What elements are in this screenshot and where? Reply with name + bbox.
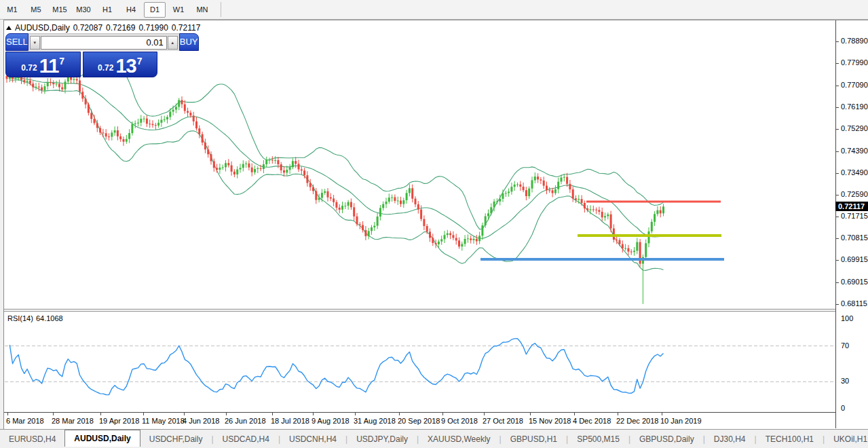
timeframe-button-m1[interactable]: M1 (1, 2, 23, 18)
timeframe-button-w1[interactable]: W1 (168, 2, 189, 18)
sell-button[interactable]: SELL (5, 33, 29, 51)
price-axis-tick (836, 282, 839, 283)
chart-tab-ukoil-h1[interactable]: UKOil,H1 (825, 432, 868, 447)
candle-body (552, 190, 554, 193)
panel-splitter[interactable] (4, 309, 835, 312)
candle-body (624, 248, 626, 249)
price-axis-tick (836, 304, 839, 305)
candle-body (516, 185, 518, 185)
candle-body (455, 238, 457, 241)
sell-price-prefix: 0.72 (21, 63, 37, 73)
candle-body (155, 125, 157, 126)
candle-body (481, 225, 483, 236)
chart-tab-dj30-h4[interactable]: DJ30,H4 (705, 432, 755, 447)
one-click-toggle-icon[interactable] (6, 26, 12, 30)
candle-wick (149, 119, 150, 128)
date-axis-label: 19 Apr 2018 (99, 417, 139, 425)
candle-body (157, 123, 159, 126)
candle-body (58, 83, 60, 87)
candle-body (406, 193, 408, 200)
candle-wick (596, 208, 597, 214)
candle-body (213, 162, 215, 168)
timeframe-button-mn[interactable]: MN (191, 2, 213, 18)
rsi-axis-label: 0 (841, 404, 845, 412)
timeframe-button-h4[interactable]: H4 (120, 2, 142, 18)
candle-body (373, 226, 375, 227)
buy-button[interactable]: BUY (179, 33, 199, 51)
chart-title: AUDUSD,Daily0.720870.721690.719900.72117 (15, 23, 204, 33)
price-axis[interactable]: 0.788900.779900.770900.761900.752900.743… (835, 20, 868, 428)
bollinger-lower-band (10, 79, 663, 270)
chart-tab-audusd-daily[interactable]: AUDUSD,Daily (64, 430, 140, 447)
sell-price-big: 11 (39, 57, 59, 75)
toolbar-separator (221, 2, 221, 17)
candle-body (651, 222, 653, 231)
chart-tab-usdchf-daily[interactable]: USDCHF,Daily (140, 432, 212, 447)
candle-body (534, 176, 536, 181)
candle-body (371, 227, 373, 231)
candle-wick (593, 206, 594, 212)
candle-body (586, 208, 588, 210)
candle-body (478, 236, 480, 241)
candle-body (607, 214, 609, 217)
candle-body (260, 168, 262, 169)
lot-decrease-icon[interactable]: ▼ (30, 36, 40, 50)
candle-body (128, 133, 130, 139)
chart-tab-tech100-h1[interactable]: TECH100,H1 (757, 432, 823, 447)
rsi-axis-label: 100 (841, 314, 853, 322)
timeframe-button-m30[interactable]: M30 (73, 2, 94, 18)
sell-price-pip: 7 (59, 56, 64, 67)
candle-body (411, 188, 413, 198)
candle-body (184, 105, 186, 111)
candle-wick (269, 157, 270, 164)
chart-tab-usdcad-h4[interactable]: USDCAD,H4 (214, 432, 278, 447)
candle-body (508, 191, 510, 193)
lot-increase-icon[interactable]: ▲ (168, 36, 178, 50)
candle-body (388, 198, 390, 202)
candle-body (20, 77, 22, 80)
lot-size-input[interactable] (41, 36, 167, 50)
timeframe-button-d1[interactable]: D1 (144, 2, 166, 18)
candle-body (394, 198, 396, 201)
date-axis-tick (226, 413, 227, 415)
candle-body (487, 213, 489, 216)
candle-body (598, 210, 600, 212)
buy-price-button[interactable]: 0.72137 (83, 52, 158, 77)
price-axis-tick (836, 41, 839, 42)
chart-tab-xauusd-weekly[interactable]: XAUUSD,Weekly (419, 432, 499, 447)
candle-body (613, 229, 615, 240)
candle-body (289, 167, 291, 170)
chart-symbol-label: AUDUSD,Daily (15, 23, 70, 33)
timeframe-toolbar: M1M5M15M30H1H4D1W1MN (0, 0, 868, 20)
chart-tab-sp500-m15[interactable]: SP500,M15 (568, 432, 628, 447)
candle-wick (246, 162, 246, 168)
date-axis[interactable]: 6 Mar 201828 Mar 201819 Apr 201811 May 2… (4, 412, 835, 428)
candle-body (362, 225, 364, 231)
price-axis-tick (836, 195, 839, 195)
timeframe-button-m5[interactable]: M5 (25, 2, 47, 18)
lot-size-stepper: ▼ ▲ (29, 33, 179, 51)
rsi-name: RSI(14) (7, 314, 33, 322)
candle-body (47, 82, 49, 86)
timeframe-button-m15[interactable]: M15 (49, 2, 71, 18)
chart-tab-gbpusd-h1[interactable]: GBPUSD,H1 (502, 432, 566, 447)
candle-body (592, 209, 595, 210)
candle-body (32, 83, 34, 87)
candle-body (178, 100, 180, 107)
current-price-tag: 0.72117 (835, 202, 868, 211)
candle-body (601, 212, 603, 217)
ohlc-low: 0.71990 (138, 23, 168, 33)
candle-body (99, 128, 101, 133)
price-axis-tick (836, 129, 839, 130)
candle-body (543, 181, 545, 186)
sell-price-button[interactable]: 0.72117 (5, 52, 81, 77)
date-axis-tick (618, 413, 618, 415)
date-axis-label: 27 Oct 2018 (483, 417, 523, 425)
chart-tab-eurusd-h4[interactable]: EURUSD,H4 (0, 432, 64, 447)
candle-body (377, 217, 379, 226)
candle-body (292, 161, 294, 167)
timeframe-button-h1[interactable]: H1 (96, 2, 118, 18)
chart-tab-usdjpy-daily[interactable]: USDJPY,Daily (347, 432, 417, 447)
chart-tab-usdcnh-h4[interactable]: USDCNH,H4 (280, 432, 345, 447)
chart-tab-gbpusd-daily[interactable]: GBPUSD,Daily (630, 432, 703, 447)
